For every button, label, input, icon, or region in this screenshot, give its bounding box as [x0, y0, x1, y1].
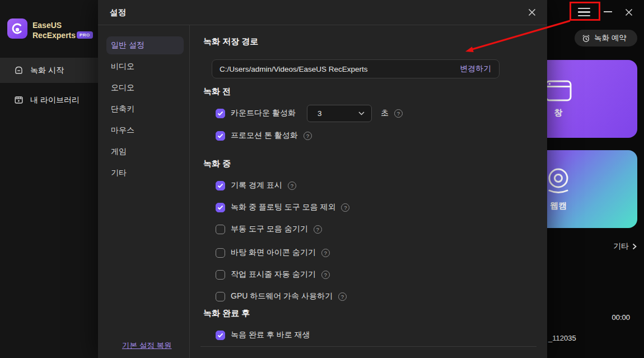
option-row-show-boundary: 기록 경계 표시: [216, 176, 296, 194]
option-row-play-after-recording: 녹음 완료 후 바로 재생: [216, 326, 310, 344]
save-path-field[interactable]: C:/Users/admin/Videos/EaseUS RecExperts …: [212, 59, 500, 78]
app-logo-icon: [7, 18, 27, 39]
option-label: 부동 도구 모음 숨기기: [231, 224, 308, 234]
help-icon[interactable]: [321, 271, 330, 279]
sidebar-item-label: 녹화 시작: [30, 66, 64, 76]
card-label: 창: [554, 108, 563, 118]
dialog-nav-video[interactable]: 비디오: [111, 62, 134, 72]
option-row-hide-desktop-icons: 바탕 화면 아이콘 숨기기: [216, 244, 330, 262]
recording-filename: _112035: [548, 334, 576, 342]
help-icon[interactable]: [321, 249, 330, 257]
schedule-recording-label: 녹화 예약: [594, 33, 627, 43]
exclude-floating-toolbar-checkbox[interactable]: [216, 203, 225, 212]
recording-duration: 00:00: [612, 313, 630, 322]
restore-defaults-link[interactable]: 기본 설정 복원: [122, 341, 172, 351]
dialog-nav-label: 일반 설정: [111, 40, 144, 50]
app-window: EaseUS RecExperts PRO 녹화 시작 내 라이브러리: [0, 0, 644, 358]
change-path-button[interactable]: 변경하기: [460, 64, 499, 74]
option-label: 바탕 화면 아이콘 숨기기: [231, 248, 316, 258]
minimize-icon[interactable]: [604, 11, 612, 12]
sidebar-item-start-recording[interactable]: 녹화 시작: [0, 58, 98, 83]
window-icon: [545, 80, 572, 102]
dialog-bottom-divider: [200, 346, 536, 347]
settings-dialog: 설정 일반 설정 비디오 오디오 단축키 마우스 게임 기타 녹화 저장 경로 …: [98, 0, 547, 358]
option-row-promotion-tone: 프로모션 톤 활성화: [216, 127, 312, 145]
app-name: EaseUS RecExperts: [32, 20, 76, 40]
sidebar-item-label: 내 라이브러리: [30, 95, 80, 105]
home-icon: [14, 66, 24, 75]
play-after-recording-checkbox[interactable]: [216, 331, 225, 340]
option-row-auto-hide-taskbar: 작업 표시줄 자동 숨기기: [216, 266, 330, 283]
seconds-suffix: 초: [381, 108, 389, 118]
help-icon[interactable]: [394, 109, 403, 118]
help-icon[interactable]: [288, 182, 296, 190]
more-label: 기타: [613, 241, 629, 252]
option-row-hide-floating-toolbar: 부동 도구 모음 숨기기: [216, 220, 322, 238]
window-close-icon[interactable]: [624, 7, 634, 17]
help-icon[interactable]: [341, 203, 349, 212]
option-label: 카운트다운 활성화: [231, 108, 296, 118]
library-icon: [14, 95, 24, 105]
help-icon[interactable]: [304, 132, 312, 140]
sidebar-item-my-library[interactable]: 내 라이브러리: [0, 87, 98, 113]
option-label: GPU 하드웨어 가속 사용하기: [231, 291, 333, 301]
schedule-recording-button[interactable]: 녹화 예약: [575, 30, 637, 47]
section-heading-during: 녹화 중: [203, 159, 231, 169]
hide-desktop-icons-checkbox[interactable]: [216, 248, 225, 258]
app-name-line2: RecExperts: [32, 30, 76, 40]
option-label: 기록 경계 표시: [231, 180, 282, 190]
option-row-gpu-acceleration: GPU 하드웨어 가속 사용하기: [216, 287, 347, 305]
dialog-close-icon[interactable]: [527, 7, 537, 17]
chevron-down-icon: [358, 111, 371, 115]
chevron-right-icon: [632, 243, 637, 250]
dialog-nav-mouse[interactable]: 마우스: [111, 125, 134, 136]
countdown-checkbox[interactable]: [216, 109, 225, 118]
help-icon[interactable]: [338, 292, 347, 301]
pro-badge: PRO: [77, 31, 93, 39]
option-label: 작업 표시줄 자동 숨기기: [231, 269, 316, 280]
dialog-nav-hotkeys[interactable]: 단축키: [111, 104, 134, 114]
hide-floating-toolbar-checkbox[interactable]: [216, 225, 225, 234]
dropdown-value: 3: [307, 109, 358, 118]
more-link[interactable]: 기타: [613, 241, 637, 252]
option-label: 프로모션 톤 활성화: [231, 131, 298, 141]
help-icon[interactable]: [314, 225, 322, 234]
option-row-exclude-floating-toolbar: 녹화 중 플로팅 도구 모음 제외: [216, 198, 349, 216]
show-boundary-checkbox[interactable]: [216, 181, 225, 190]
section-heading-after: 녹화 완료 후: [203, 308, 250, 319]
section-heading-before: 녹화 전: [203, 86, 231, 97]
alarm-clock-icon: [582, 34, 590, 43]
card-label: 웹캠: [550, 201, 567, 211]
promotion-tone-checkbox[interactable]: [216, 131, 225, 141]
section-heading-save-path: 녹화 저장 경로: [203, 36, 258, 47]
auto-hide-taskbar-checkbox[interactable]: [216, 270, 225, 280]
dialog-nav-game[interactable]: 게임: [111, 147, 127, 157]
dialog-nav-audio[interactable]: 오디오: [111, 83, 134, 93]
sidebar: EaseUS RecExperts PRO 녹화 시작 내 라이브러리: [0, 0, 98, 358]
dialog-header-divider: [98, 25, 547, 25]
dialog-nav-other[interactable]: 기타: [111, 168, 127, 178]
dialog-nav-general[interactable]: 일반 설정: [106, 36, 184, 54]
dialog-title: 설정: [110, 7, 126, 18]
save-path-value: C:/Users/admin/Videos/EaseUS RecExperts: [212, 65, 460, 73]
countdown-seconds-dropdown[interactable]: 3: [307, 105, 372, 122]
option-label: 녹음 완료 후 바로 재생: [231, 330, 310, 340]
app-name-line1: EaseUS: [32, 20, 76, 30]
gpu-acceleration-checkbox[interactable]: [216, 292, 225, 301]
option-row-countdown: 카운트다운 활성화 3 초: [216, 104, 403, 122]
option-label: 녹화 중 플로팅 도구 모음 제외: [231, 202, 335, 212]
red-highlight-box: [570, 2, 600, 21]
webcam-icon: [545, 167, 572, 195]
dialog-nav-divider: [189, 25, 190, 358]
